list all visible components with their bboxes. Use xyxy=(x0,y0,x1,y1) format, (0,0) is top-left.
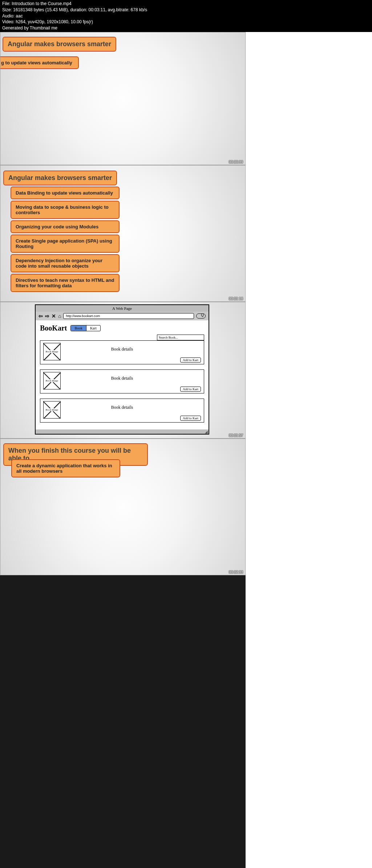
slide-bullet: Dependency Injection to organize your co… xyxy=(11,254,120,272)
timestamp: 00:00:39 xyxy=(229,160,243,164)
slide-bullet: g to update views automatically xyxy=(0,56,79,69)
timestamp: 00:02:33 xyxy=(229,570,243,574)
wireframe-titlebar: A Web Page xyxy=(36,305,209,312)
search-input: Search Book... xyxy=(157,335,204,340)
wireframe-footer: ◢ xyxy=(36,429,209,434)
slide-bullet: Organizing your code using Modules xyxy=(11,220,120,233)
audio-line: Audio: aac xyxy=(2,13,370,19)
book-item: Book Image Book details Add to Kart xyxy=(40,369,204,393)
wireframe-browser: A Web Page ⇦ ⇨ ✕ ⌂ http://www.bookart.co… xyxy=(35,304,209,435)
book-details: Book details xyxy=(43,401,201,410)
wireframe-tabs: Book Kart xyxy=(70,325,100,331)
book-details: Book details xyxy=(43,343,201,352)
wireframe-toolbar: ⇦ ⇨ ✕ ⌂ http://www.bookart.com Q xyxy=(36,312,209,320)
add-to-kart-button: Add to Kart xyxy=(180,416,201,421)
timestamp: 00:01:57 xyxy=(229,433,243,437)
book-item: Book Image Book details Add to Kart xyxy=(40,340,204,364)
timestamp: 00:01:18 xyxy=(229,297,243,301)
home-icon: ⌂ xyxy=(58,313,61,319)
book-item: Book Image Book details Add to Kart xyxy=(40,399,204,423)
url-bar: http://www.bookart.com xyxy=(63,313,194,319)
slide-bullet: Create Single page application (SPA) usi… xyxy=(11,235,120,253)
slide-bullet: Data Binding to update views automatical… xyxy=(11,187,120,199)
size-line: Size: 16181348 bytes (15.43 MiB), durati… xyxy=(2,7,370,13)
book-details: Book details xyxy=(43,372,201,381)
thumbnail-2: Angular makes browsers smarter Data Bind… xyxy=(0,165,246,302)
tab-book: Book xyxy=(71,325,86,331)
resize-handle-icon: ◢ xyxy=(205,430,208,434)
book-image-placeholder: Book Image xyxy=(43,372,61,389)
tab-kart: Kart xyxy=(86,325,100,331)
close-icon: ✕ xyxy=(52,313,56,319)
book-image-placeholder: Book Image xyxy=(43,401,61,419)
thumbnail-1: Angular makes browsers smarter g to upda… xyxy=(0,32,246,165)
slide-bullet: Moving data to scope & business logic to… xyxy=(11,201,120,219)
thumbnail-3: A Web Page ⇦ ⇨ ✕ ⌂ http://www.bookart.co… xyxy=(0,302,246,439)
slide-title: Angular makes browsers smarter xyxy=(3,37,116,52)
blank-area xyxy=(0,575,246,868)
thumbnail-4: When you finish this course you will be … xyxy=(0,439,246,575)
slide-bullet: Directives to teach new syntax to HTML a… xyxy=(11,274,120,292)
add-to-kart-button: Add to Kart xyxy=(180,357,201,363)
video-line: Video: h264, yuv420p, 1920x1080, 10.00 f… xyxy=(2,19,370,25)
video-metadata-header: File: Introduction to the Course.mp4 Siz… xyxy=(0,0,372,32)
add-to-kart-button: Add to Kart xyxy=(180,387,201,392)
slide-title: Angular makes browsers smarter xyxy=(3,171,117,185)
slide-bullets: Data Binding to update views automatical… xyxy=(11,187,120,292)
wireframe-body: BooKart Book Kart Search Book... Book Im… xyxy=(36,320,209,426)
back-icon: ⇦ xyxy=(39,313,43,319)
book-image-placeholder: Book Image xyxy=(43,343,61,360)
wireframe-logo: BooKart xyxy=(40,324,67,332)
search-icon: Q xyxy=(196,313,206,319)
forward-icon: ⇨ xyxy=(45,313,49,319)
file-line: File: Introduction to the Course.mp4 xyxy=(2,1,370,7)
slide-bullet: Create a dynamic application that works … xyxy=(11,459,120,477)
generated-line: Generated by Thumbnail me xyxy=(2,25,370,31)
